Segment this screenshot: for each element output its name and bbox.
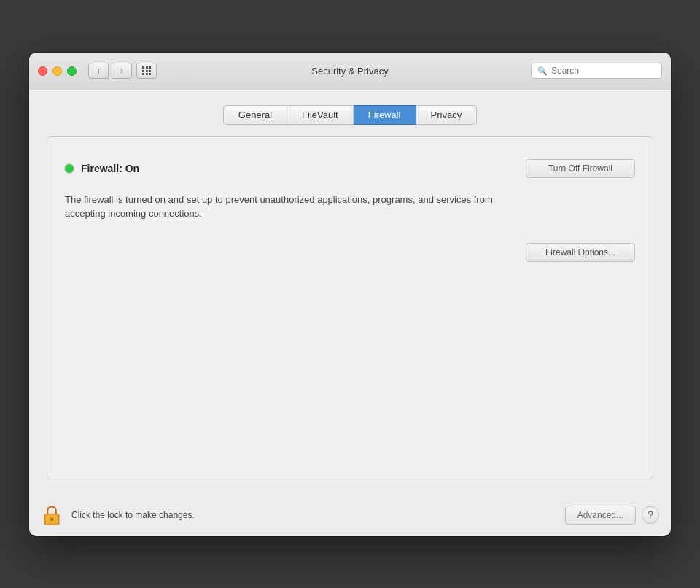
tabs-bar: General FileVault Firewall Privacy: [47, 105, 653, 125]
tab-filevault[interactable]: FileVault: [287, 105, 354, 125]
main-window: ‹ › Security & Privacy 🔍 General FileVau…: [29, 53, 671, 536]
turn-off-firewall-button[interactable]: Turn Off Firewall: [526, 159, 635, 178]
lock-icon[interactable]: [41, 504, 63, 526]
traffic-lights: [38, 66, 77, 76]
firewall-status-left: Firewall: On: [65, 163, 139, 174]
nav-back-button[interactable]: ‹: [88, 63, 109, 79]
help-button[interactable]: ?: [642, 506, 659, 524]
search-bar[interactable]: 🔍: [531, 63, 662, 79]
window-title: Security & Privacy: [311, 66, 388, 77]
content-panel: Firewall: On Turn Off Firewall The firew…: [47, 136, 653, 479]
nav-forward-button[interactable]: ›: [112, 63, 132, 79]
lock-text: Click the lock to make changes.: [71, 510, 195, 520]
tab-general[interactable]: General: [223, 105, 287, 125]
advanced-button[interactable]: Advanced...: [565, 506, 636, 525]
chevron-left-icon: ‹: [97, 66, 100, 76]
chevron-right-icon: ›: [120, 66, 123, 76]
main-content: General FileVault Firewall Privacy Firew…: [29, 90, 671, 494]
firewall-description: The firewall is turned on and set up to …: [65, 193, 517, 221]
titlebar: ‹ › Security & Privacy 🔍: [29, 53, 671, 90]
firewall-status-row: Firewall: On Turn Off Firewall: [65, 159, 635, 178]
minimize-button[interactable]: [52, 66, 62, 76]
grid-icon: [142, 66, 151, 75]
firewall-options-row: Firewall Options...: [65, 243, 635, 262]
close-button[interactable]: [38, 66, 47, 76]
nav-buttons: ‹ ›: [88, 63, 132, 79]
search-input[interactable]: [551, 66, 656, 76]
tab-firewall[interactable]: Firewall: [354, 105, 416, 125]
firewall-options-button[interactable]: Firewall Options...: [526, 243, 635, 262]
bottom-bar: Click the lock to make changes. Advanced…: [29, 494, 671, 536]
firewall-status-indicator: [65, 164, 74, 173]
search-icon: 🔍: [537, 66, 548, 76]
maximize-button[interactable]: [67, 66, 77, 76]
grid-view-button[interactable]: [136, 63, 157, 79]
tab-privacy[interactable]: Privacy: [416, 105, 478, 125]
bottom-buttons: Advanced... ?: [565, 506, 659, 525]
svg-point-2: [50, 517, 54, 521]
firewall-status-label: Firewall: On: [81, 163, 139, 174]
